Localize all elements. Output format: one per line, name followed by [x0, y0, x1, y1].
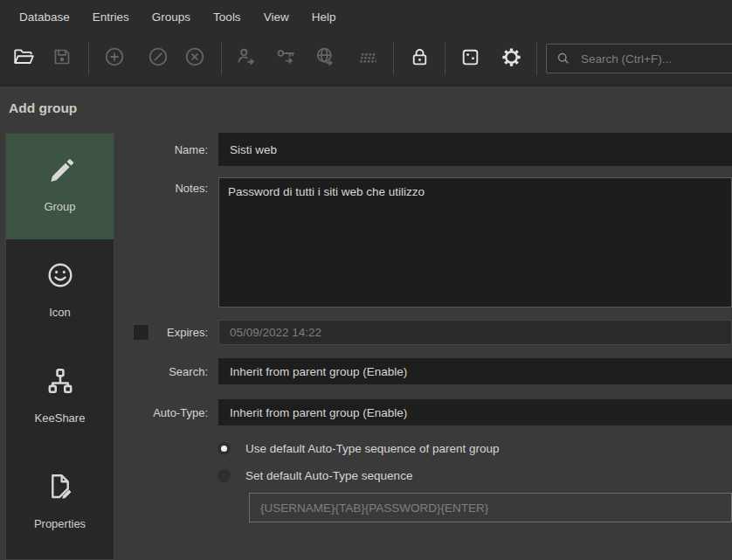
name-label: Name:	[122, 133, 208, 166]
open-url-button	[312, 45, 338, 72]
search-icon	[556, 51, 571, 66]
pencil-circle-icon	[147, 45, 169, 72]
menu-help[interactable]: Help	[300, 0, 348, 33]
add-entry-button	[101, 45, 128, 72]
pencil-icon	[45, 152, 76, 187]
search-handling-combobox[interactable]: Inherit from parent group (Enable)	[218, 358, 732, 384]
radio-row-use-default: Use default Auto-Type sequence of parent…	[218, 441, 499, 455]
toolbar-separator	[88, 42, 89, 75]
copy-password-button	[273, 45, 299, 72]
keyboard-icon	[356, 45, 380, 73]
delete-entry-button	[182, 45, 208, 72]
key-arrow-icon	[274, 45, 297, 72]
copy-username-button	[233, 45, 259, 72]
sidebar-item-label: Icon	[49, 306, 71, 319]
set-default-sequence-radio[interactable]	[218, 469, 231, 482]
radio-label[interactable]: Set default Auto-Type sequence	[245, 469, 412, 482]
sidebar-item-keeshare[interactable]: KeeShare	[6, 345, 114, 451]
menu-database[interactable]: Database	[8, 0, 81, 33]
radio-label[interactable]: Use default Auto-Type sequence of parent…	[245, 442, 499, 455]
use-default-sequence-radio[interactable]	[218, 442, 231, 455]
menu-bar: Database Entries Groups Tools View Help	[0, 0, 732, 33]
sidebar-item-properties[interactable]: Properties	[6, 451, 114, 557]
combobox-value: Inherit from parent group (Enable)	[230, 365, 407, 378]
toolbar-separator	[536, 42, 537, 75]
toolbar-separator	[393, 42, 394, 75]
sidebar-item-group[interactable]: Group	[6, 134, 114, 239]
toolbar-separator	[445, 42, 445, 75]
notes-input[interactable]: Password di tutti i siti web che utilizz…	[218, 177, 732, 308]
settings-button[interactable]	[498, 45, 524, 72]
category-sidebar: Group Icon KeeShare	[5, 133, 114, 560]
page-title: Add group	[9, 100, 77, 116]
hierarchy-icon	[45, 363, 76, 398]
name-input[interactable]	[218, 133, 732, 166]
search-handling-label: Search:	[122, 358, 208, 384]
x-circle-icon	[183, 45, 206, 72]
sidebar-item-label: Group	[44, 200, 75, 213]
lock-icon	[409, 46, 431, 72]
document-edit-icon	[45, 469, 76, 504]
combobox-value: Inherit from parent group (Enable)	[230, 406, 407, 419]
sidebar-item-label: Properties	[34, 517, 86, 530]
perform-autotype-button	[355, 45, 381, 72]
notes-label: Notes:	[122, 179, 208, 197]
open-folder-icon	[12, 45, 35, 72]
expires-datetime-input	[218, 320, 732, 345]
sidebar-item-icon[interactable]: Icon	[6, 239, 114, 345]
menu-groups[interactable]: Groups	[141, 0, 202, 33]
gear-icon	[500, 45, 523, 73]
dice-icon	[459, 46, 481, 72]
open-database-button[interactable]	[10, 45, 37, 72]
autotype-sequence-input	[249, 493, 732, 522]
sidebar-item-label: KeeShare	[35, 411, 86, 425]
password-generator-button[interactable]	[457, 45, 483, 72]
edit-entry-button	[145, 45, 171, 72]
menu-tools[interactable]: Tools	[202, 0, 252, 33]
smiley-icon	[45, 258, 76, 293]
autotype-combobox[interactable]: Inherit from parent group (Enable)	[218, 399, 732, 425]
user-arrow-icon	[235, 45, 258, 72]
search-box[interactable]	[546, 44, 732, 73]
toolbar	[0, 33, 732, 86]
radio-row-set-default: Set default Auto-Type sequence	[218, 468, 412, 482]
menu-view[interactable]: View	[252, 0, 300, 33]
menu-entries[interactable]: Entries	[81, 0, 141, 33]
autotype-label: Auto-Type:	[122, 399, 208, 425]
lock-database-button[interactable]	[406, 45, 432, 72]
plus-circle-icon	[103, 45, 126, 72]
search-input[interactable]	[579, 52, 732, 66]
expires-label: Expires:	[122, 320, 208, 345]
floppy-save-icon	[52, 46, 73, 71]
globe-arrow-icon	[314, 45, 336, 72]
toolbar-separator	[221, 42, 222, 75]
save-database-button	[49, 45, 75, 72]
